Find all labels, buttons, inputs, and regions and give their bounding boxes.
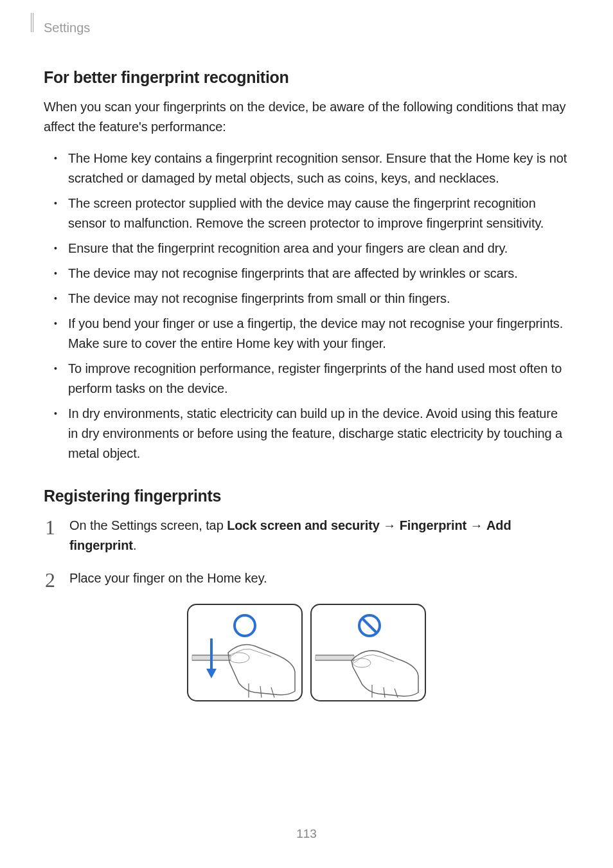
step-text: Place your finger on the Home key. xyxy=(69,571,267,585)
section-heading-2: Registering fingerprints xyxy=(44,487,569,505)
step-text-prefix: On the Settings screen, tap xyxy=(69,518,227,532)
illustration-container xyxy=(44,601,569,707)
section-marker xyxy=(31,13,33,32)
step-list: 1 On the Settings screen, tap Lock scree… xyxy=(44,516,569,588)
page-number: 113 xyxy=(0,827,613,841)
step-item-2: 2 Place your finger on the Home key. xyxy=(44,568,569,588)
svg-marker-6 xyxy=(206,669,217,678)
step-item-1: 1 On the Settings screen, tap Lock scree… xyxy=(44,516,569,556)
bullet-item: If you bend your finger or use a fingert… xyxy=(53,314,569,354)
fingerprint-placement-illustration xyxy=(184,601,429,704)
svg-point-1 xyxy=(235,615,255,636)
arrow-icon: → xyxy=(466,518,486,532)
svg-point-10 xyxy=(229,653,249,663)
arrow-icon: → xyxy=(380,518,400,532)
bullet-item: Ensure that the fingerprint recognition … xyxy=(53,239,569,258)
page-content: For better fingerprint recognition When … xyxy=(44,68,569,707)
svg-line-13 xyxy=(362,619,377,633)
step-text-suffix: . xyxy=(133,538,136,552)
step-number: 2 xyxy=(45,565,55,597)
bullet-item: The device may not recognise fingerprint… xyxy=(53,289,569,309)
svg-rect-14 xyxy=(315,655,354,660)
running-header: Settings xyxy=(44,21,90,35)
bullet-item: The screen protector supplied with the d… xyxy=(53,194,569,233)
svg-line-8 xyxy=(260,686,262,698)
section-intro: When you scan your fingerprints on the d… xyxy=(44,97,569,137)
bullet-item: To improve recognition performance, regi… xyxy=(53,359,569,399)
bullet-list: The Home key contains a fingerprint reco… xyxy=(53,149,569,464)
step-number: 1 xyxy=(45,512,55,544)
bullet-item: The Home key contains a fingerprint reco… xyxy=(53,149,569,188)
section-heading-1: For better fingerprint recognition xyxy=(44,68,569,87)
bullet-item: The device may not recognise fingerprint… xyxy=(53,264,569,284)
svg-point-20 xyxy=(353,658,371,667)
svg-line-19 xyxy=(395,689,398,698)
svg-line-9 xyxy=(271,687,274,698)
svg-line-18 xyxy=(384,687,385,698)
svg-rect-0 xyxy=(188,604,302,701)
svg-rect-11 xyxy=(311,604,425,701)
step-action-2: Fingerprint xyxy=(400,518,466,532)
bullet-item: In dry environments, static electricity … xyxy=(53,404,569,464)
step-action-1: Lock screen and security xyxy=(227,518,380,532)
